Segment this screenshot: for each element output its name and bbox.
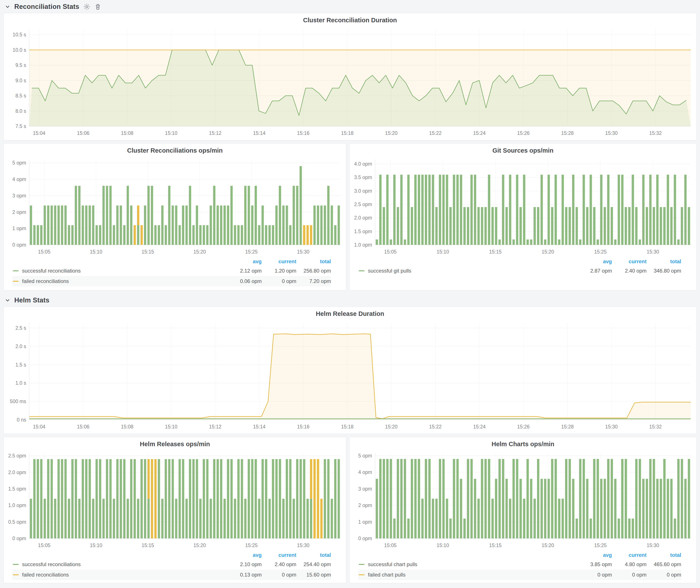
svg-text:15:10: 15:10 bbox=[437, 249, 449, 255]
series-name[interactable]: failed reconciliations bbox=[22, 278, 227, 284]
panel-title[interactable]: Cluster Reconciliation Duration bbox=[4, 13, 696, 24]
svg-text:1.5 opm: 1.5 opm bbox=[8, 486, 26, 492]
svg-text:10.0 s: 10.0 s bbox=[13, 47, 26, 53]
svg-text:2.0 opm: 2.0 opm bbox=[8, 470, 26, 475]
series-color-dash bbox=[359, 564, 365, 565]
trash-icon[interactable] bbox=[94, 3, 101, 10]
svg-text:2.0 s: 2.0 s bbox=[15, 344, 26, 349]
series-avg: 2.12 opm bbox=[227, 268, 262, 274]
series-current: 0 opm bbox=[262, 278, 296, 284]
svg-text:15:15: 15:15 bbox=[489, 249, 502, 255]
legend-col-current[interactable]: current bbox=[262, 258, 296, 265]
legend-col-total[interactable]: total bbox=[647, 258, 681, 265]
series-total: 254.40 opm bbox=[296, 561, 331, 567]
svg-text:15:20: 15:20 bbox=[542, 543, 554, 548]
svg-text:15:24: 15:24 bbox=[473, 130, 486, 136]
svg-text:15:25: 15:25 bbox=[245, 543, 258, 548]
legend-row: failed reconciliations 0.13 opm 0 opm 15… bbox=[12, 570, 331, 580]
series-color-dash bbox=[13, 564, 19, 565]
svg-text:1 opm: 1 opm bbox=[358, 519, 372, 525]
panel-cluster-reconciliation-duration: Cluster Reconciliation Duration 7.5 s8.0… bbox=[3, 13, 697, 140]
series-color-dash bbox=[13, 270, 19, 271]
legend-col-avg[interactable]: avg bbox=[577, 258, 612, 265]
panel-title[interactable]: Helm Charts ops/min bbox=[350, 437, 696, 448]
helm-charts-chart[interactable]: 0 opm1 opm2 opm3 opm4 opm5 opm15:0515:10… bbox=[350, 448, 696, 551]
svg-text:15:24: 15:24 bbox=[473, 424, 486, 430]
series-total: 346.80 opm bbox=[647, 268, 681, 274]
svg-text:15:05: 15:05 bbox=[384, 249, 397, 255]
svg-text:15:15: 15:15 bbox=[489, 543, 502, 548]
panel-title[interactable]: Cluster Reconciliations ops/min bbox=[4, 144, 346, 154]
panel-title[interactable]: Helm Releases ops/min bbox=[4, 437, 346, 448]
series-total: 7.20 opm bbox=[296, 278, 331, 284]
legend-col-total[interactable]: total bbox=[647, 552, 681, 558]
svg-text:15:20: 15:20 bbox=[193, 543, 206, 548]
svg-text:2.5 s: 2.5 s bbox=[15, 325, 26, 331]
svg-text:15:10: 15:10 bbox=[90, 543, 102, 548]
series-total: 256.80 opm bbox=[296, 268, 331, 274]
svg-text:15:32: 15:32 bbox=[649, 424, 662, 430]
svg-text:15:22: 15:22 bbox=[429, 424, 442, 430]
svg-text:15:16: 15:16 bbox=[297, 424, 310, 430]
series-name[interactable]: successful chart pulls bbox=[368, 561, 577, 567]
chevron-down-icon[interactable] bbox=[5, 4, 10, 10]
svg-text:15:10: 15:10 bbox=[165, 424, 177, 430]
svg-text:9.5 s: 9.5 s bbox=[15, 62, 26, 68]
series-name[interactable]: successful reconciliations bbox=[22, 561, 227, 567]
svg-text:0.5 opm: 0.5 opm bbox=[8, 519, 26, 525]
svg-text:2 opm: 2 opm bbox=[12, 209, 26, 215]
svg-text:0 opm: 0 opm bbox=[12, 536, 26, 541]
svg-text:8.5 s: 8.5 s bbox=[15, 93, 26, 99]
series-avg: 3.85 opm bbox=[577, 561, 612, 567]
legend-col-avg[interactable]: avg bbox=[227, 552, 262, 558]
svg-text:15:30: 15:30 bbox=[297, 249, 310, 255]
svg-text:5 opm: 5 opm bbox=[12, 160, 26, 166]
legend: avg current total successful reconciliat… bbox=[4, 551, 346, 582]
helm-release-duration-chart[interactable]: 0 ns500 ms1.0 s1.5 s2.0 s2.5 s15:0415:06… bbox=[4, 318, 696, 432]
svg-text:500 ms: 500 ms bbox=[10, 399, 26, 404]
legend-col-current[interactable]: current bbox=[262, 552, 296, 558]
svg-text:15:08: 15:08 bbox=[121, 424, 134, 430]
series-name[interactable]: failed reconciliations bbox=[22, 572, 227, 578]
legend-col-avg[interactable]: avg bbox=[227, 258, 262, 265]
legend: avg current total successful git pulls 2… bbox=[350, 257, 696, 278]
legend-col-total[interactable]: total bbox=[296, 552, 331, 558]
legend-col-current[interactable]: current bbox=[612, 258, 647, 265]
legend-col-current[interactable]: current bbox=[612, 552, 647, 558]
series-current: 4.80 opm bbox=[612, 561, 647, 567]
cluster-reconciliation-duration-chart[interactable]: 7.5 s8.0 s8.5 s9.0 s9.5 s10.0 s10.5 s15:… bbox=[4, 24, 696, 138]
svg-text:2.5 opm: 2.5 opm bbox=[354, 202, 372, 207]
series-color-dash bbox=[359, 574, 365, 575]
cluster-reconciliations-chart[interactable]: 0 opm1 opm2 opm3 opm4 opm5 opm15:0515:10… bbox=[4, 154, 346, 257]
helm-releases-chart[interactable]: 0 opm0.5 opm1.0 opm1.5 opm2.0 opm2.5 opm… bbox=[4, 448, 346, 551]
svg-text:0 opm: 0 opm bbox=[358, 536, 372, 541]
svg-text:15:05: 15:05 bbox=[384, 543, 397, 548]
series-color-dash bbox=[13, 574, 19, 575]
svg-text:15:30: 15:30 bbox=[297, 543, 310, 548]
panel-title[interactable]: Helm Release Duration bbox=[4, 307, 696, 318]
chevron-down-icon[interactable] bbox=[5, 297, 10, 303]
series-name[interactable]: successful git pulls bbox=[368, 268, 577, 274]
git-sources-chart[interactable]: 1.0 opm1.5 opm2.0 opm2.5 opm3.0 opm3.5 o… bbox=[350, 154, 696, 257]
svg-text:2.0 opm: 2.0 opm bbox=[354, 215, 372, 221]
svg-text:15:14: 15:14 bbox=[253, 130, 266, 136]
svg-text:1.5 s: 1.5 s bbox=[15, 362, 26, 368]
series-name[interactable]: successful reconciliations bbox=[22, 268, 227, 274]
gear-icon[interactable] bbox=[83, 3, 90, 10]
panel-helm-releases-opm: Helm Releases ops/min 0 opm0.5 opm1.0 op… bbox=[3, 437, 346, 583]
svg-text:15:30: 15:30 bbox=[605, 424, 618, 430]
section-header-reconciliation[interactable]: Reconciliation Stats bbox=[0, 0, 700, 13]
section-title: Helm Stats bbox=[14, 296, 49, 304]
series-current: 2.40 opm bbox=[262, 561, 296, 567]
svg-text:15:16: 15:16 bbox=[297, 130, 310, 136]
section-header-helm[interactable]: Helm Stats bbox=[0, 294, 700, 307]
svg-text:15:20: 15:20 bbox=[385, 424, 398, 430]
svg-text:15:14: 15:14 bbox=[253, 424, 266, 430]
panel-title[interactable]: Git Sources ops/min bbox=[350, 144, 696, 154]
legend-col-avg[interactable]: avg bbox=[577, 552, 612, 558]
svg-text:2 opm: 2 opm bbox=[358, 502, 372, 508]
svg-text:15:25: 15:25 bbox=[245, 249, 258, 255]
series-avg: 0 opm bbox=[577, 572, 612, 578]
legend-col-total[interactable]: total bbox=[296, 258, 331, 265]
series-name[interactable]: failed chart pulls bbox=[368, 572, 577, 578]
